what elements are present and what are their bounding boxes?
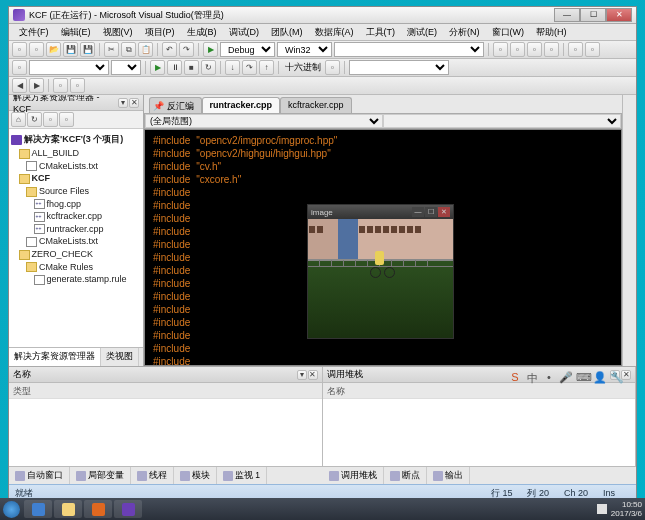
task-explorer[interactable] bbox=[54, 500, 82, 518]
process-select[interactable] bbox=[29, 60, 109, 75]
ime-keyboard-icon[interactable]: ⌨ bbox=[576, 371, 590, 385]
tab-kcftracker[interactable]: kcftracker.cpp bbox=[280, 97, 352, 113]
bottom-tab[interactable]: 输出 bbox=[427, 467, 470, 484]
step-out-icon[interactable]: ↑ bbox=[259, 60, 274, 75]
bottom-tab[interactable]: 自动窗口 bbox=[9, 467, 70, 484]
tab-class-view[interactable]: 类视图 bbox=[101, 348, 139, 366]
img-min-icon[interactable]: — bbox=[412, 207, 424, 217]
tab-solution-explorer[interactable]: 解决方案资源管理器 bbox=[9, 348, 101, 366]
menu-test[interactable]: 测试(E) bbox=[401, 24, 443, 40]
ime-gear-icon[interactable]: 🔧 bbox=[610, 371, 624, 385]
stop-icon[interactable]: ■ bbox=[184, 60, 199, 75]
tree-item[interactable]: runtracker.cpp bbox=[11, 223, 141, 236]
tree-item[interactable]: generate.stamp.rule bbox=[11, 273, 141, 286]
menu-help[interactable]: 帮助(H) bbox=[530, 24, 573, 40]
opencv-image-window[interactable]: image — ☐ ✕ bbox=[307, 204, 454, 339]
refresh-icon[interactable]: ↻ bbox=[27, 112, 42, 127]
tree-item[interactable]: CMakeLists.txt bbox=[11, 160, 141, 173]
action-center-icon[interactable] bbox=[597, 504, 607, 514]
start-page-icon[interactable]: ▫ bbox=[568, 42, 583, 57]
properties-btn-icon[interactable]: ▫ bbox=[59, 112, 74, 127]
panel-pin-icon[interactable]: ▾ bbox=[297, 370, 307, 380]
ime-mic-icon[interactable]: 🎤 bbox=[559, 371, 573, 385]
solution-tree[interactable]: 解决方案'KCF'(3 个项目) ALL_BUILD CMakeLists.tx… bbox=[9, 129, 143, 347]
config-select[interactable]: Debug bbox=[220, 42, 275, 57]
menu-team[interactable]: 团队(M) bbox=[265, 24, 309, 40]
start-button[interactable] bbox=[3, 501, 20, 518]
ime-tool-icon[interactable]: 👤 bbox=[593, 371, 607, 385]
cut-icon[interactable]: ✂ bbox=[104, 42, 119, 57]
autos-body[interactable] bbox=[9, 399, 322, 466]
callstack-body[interactable]: S 中 • 🎤 ⌨ 👤 🔧 bbox=[323, 399, 636, 466]
tree-item[interactable]: kcftracker.cpp bbox=[11, 210, 141, 223]
task-firefox[interactable] bbox=[84, 500, 112, 518]
step-into-icon[interactable]: ↓ bbox=[225, 60, 240, 75]
ime-punct-icon[interactable]: • bbox=[542, 371, 556, 385]
task-vs[interactable] bbox=[114, 500, 142, 518]
show-all-icon[interactable]: ▫ bbox=[43, 112, 58, 127]
tree-item[interactable]: ALL_BUILD bbox=[11, 147, 141, 160]
bookmark-icon[interactable]: ▫ bbox=[53, 78, 68, 93]
menu-project[interactable]: 项目(P) bbox=[139, 24, 181, 40]
img-close-icon[interactable]: ✕ bbox=[438, 207, 450, 217]
tree-item[interactable]: CMakeLists.txt bbox=[11, 235, 141, 248]
new-project-icon[interactable]: ▫ bbox=[12, 42, 27, 57]
tree-item[interactable]: ZERO_CHECK bbox=[11, 248, 141, 261]
copy-icon[interactable]: ⧉ bbox=[121, 42, 136, 57]
tree-item[interactable]: Source Files bbox=[11, 185, 141, 198]
img-max-icon[interactable]: ☐ bbox=[425, 207, 437, 217]
redo-icon[interactable]: ↷ bbox=[179, 42, 194, 57]
menu-view[interactable]: 视图(V) bbox=[97, 24, 139, 40]
minimize-button[interactable]: — bbox=[554, 8, 580, 22]
solution-root[interactable]: 解决方案'KCF'(3 个项目) bbox=[11, 132, 141, 147]
object-browser-icon[interactable]: ▫ bbox=[527, 42, 542, 57]
close-button[interactable]: ✕ bbox=[606, 8, 632, 22]
toolbox2-icon[interactable]: ▫ bbox=[544, 42, 559, 57]
nav-back-icon[interactable]: ◀ bbox=[12, 78, 27, 93]
member-select[interactable] bbox=[383, 114, 621, 128]
hex-toggle-icon[interactable]: ▫ bbox=[325, 60, 340, 75]
save-all-icon[interactable]: 💾 bbox=[80, 42, 95, 57]
right-docked-tabs[interactable] bbox=[622, 95, 636, 366]
bottom-tab[interactable]: 局部变量 bbox=[70, 467, 131, 484]
menu-debug[interactable]: 调试(D) bbox=[223, 24, 266, 40]
properties-icon[interactable]: ▫ bbox=[510, 42, 525, 57]
bottom-tab[interactable]: 断点 bbox=[384, 467, 427, 484]
platform-select[interactable]: Win32 bbox=[277, 42, 332, 57]
maximize-button[interactable]: ☐ bbox=[580, 8, 606, 22]
menu-tools[interactable]: 工具(T) bbox=[360, 24, 402, 40]
stack-frame-select[interactable] bbox=[349, 60, 449, 75]
bottom-tab[interactable]: 监视 1 bbox=[217, 467, 267, 484]
tree-item[interactable]: fhog.cpp bbox=[11, 198, 141, 211]
process-icon[interactable]: ▫ bbox=[12, 60, 27, 75]
continue-icon[interactable]: ▶ bbox=[150, 60, 165, 75]
scope-select[interactable]: (全局范围) bbox=[145, 114, 383, 128]
start-debug-icon[interactable]: ▶ bbox=[203, 42, 218, 57]
menu-data[interactable]: 数据库(A) bbox=[309, 24, 360, 40]
windows-taskbar[interactable]: 10:50 2017/3/6 bbox=[0, 498, 645, 520]
find-select[interactable] bbox=[334, 42, 484, 57]
add-item-icon[interactable]: ▫ bbox=[29, 42, 44, 57]
step-over-icon[interactable]: ↷ bbox=[242, 60, 257, 75]
panel-close-icon[interactable]: ✕ bbox=[308, 370, 318, 380]
ime-icon[interactable]: S bbox=[508, 371, 522, 385]
bottom-tab[interactable]: 线程 bbox=[131, 467, 174, 484]
bottom-tab[interactable]: 调用堆栈 bbox=[323, 467, 384, 484]
open-icon[interactable]: 📂 bbox=[46, 42, 61, 57]
thread-select[interactable] bbox=[111, 60, 141, 75]
pause-icon[interactable]: ⏸ bbox=[167, 60, 182, 75]
pinned-tab[interactable]: 📌 反汇编 bbox=[149, 97, 202, 113]
nav-fwd-icon[interactable]: ▶ bbox=[29, 78, 44, 93]
undo-icon[interactable]: ↶ bbox=[162, 42, 177, 57]
menu-edit[interactable]: 编辑(E) bbox=[55, 24, 97, 40]
tree-item[interactable]: KCF bbox=[11, 172, 141, 185]
home-icon[interactable]: ⌂ bbox=[11, 112, 26, 127]
tree-item[interactable]: CMake Rules bbox=[11, 261, 141, 274]
ext-icon[interactable]: ▫ bbox=[585, 42, 600, 57]
menu-build[interactable]: 生成(B) bbox=[181, 24, 223, 40]
restart-icon[interactable]: ↻ bbox=[201, 60, 216, 75]
save-icon[interactable]: 💾 bbox=[63, 42, 78, 57]
menu-window[interactable]: 窗口(W) bbox=[486, 24, 531, 40]
bottom-tab[interactable]: 模块 bbox=[174, 467, 217, 484]
tab-runtracker[interactable]: runtracker.cpp bbox=[202, 97, 281, 113]
